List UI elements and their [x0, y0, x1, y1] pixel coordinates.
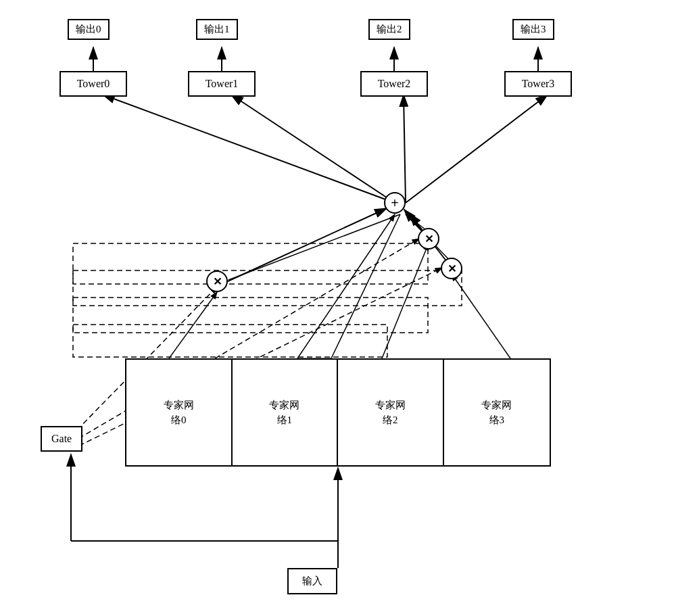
cross-circle-1: ✕ — [418, 228, 439, 250]
svg-line-18 — [297, 214, 395, 358]
svg-rect-32 — [73, 325, 387, 357]
tower-2-box: Tower2 — [360, 71, 428, 97]
tower-1-box: Tower1 — [188, 71, 256, 97]
svg-line-10 — [228, 214, 400, 280]
cross-circle-0: ✕ — [206, 270, 228, 292]
svg-line-19 — [228, 208, 387, 281]
expert-container: 专家网络0 专家网络1 专家网络2 专家网络3 — [125, 358, 551, 467]
svg-line-16 — [382, 243, 429, 358]
svg-line-6 — [103, 95, 395, 203]
svg-rect-29 — [73, 243, 428, 284]
gate-box: Gate — [41, 426, 82, 452]
tower-0-box: Tower0 — [59, 71, 127, 97]
svg-line-9 — [406, 95, 548, 203]
svg-line-11 — [331, 214, 400, 358]
expert-3-cell: 专家网络3 — [444, 360, 550, 465]
svg-rect-31 — [73, 298, 428, 333]
output-2-label: 输出2 — [368, 19, 410, 40]
svg-line-7 — [231, 95, 395, 203]
svg-line-14 — [169, 292, 217, 358]
tower-3-box: Tower3 — [504, 71, 572, 97]
output-1-label: 输出1 — [196, 19, 238, 40]
expert-2-cell: 专家网络2 — [338, 360, 444, 465]
svg-rect-30 — [73, 270, 462, 306]
output-0-label: 输出0 — [68, 19, 110, 40]
expert-1-cell: 专家网络1 — [233, 360, 339, 465]
svg-line-17 — [452, 274, 510, 358]
expert-0-cell: 专家网络0 — [126, 360, 233, 465]
output-3-label: 输出3 — [512, 19, 554, 40]
svg-line-8 — [404, 95, 406, 203]
diagram: 输出0 输出1 输出2 输出3 Tower0 Tower1 Tower2 Tow… — [0, 0, 676, 616]
input-box: 输入 — [287, 568, 337, 594]
cross-circle-2: ✕ — [441, 258, 462, 279]
plus-circle: + — [384, 192, 406, 214]
